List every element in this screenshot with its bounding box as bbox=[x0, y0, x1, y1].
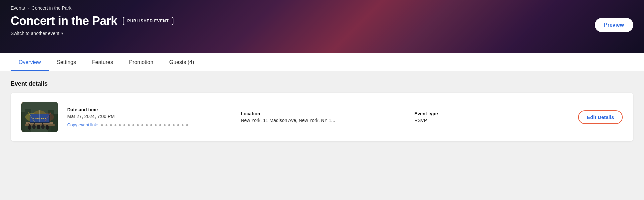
event-thumbnail: CONCERT bbox=[21, 102, 58, 132]
published-badge: PUBLISHED EVENT bbox=[123, 17, 174, 25]
date-time-value: Mar 27, 2024, 7:00 PM bbox=[67, 114, 222, 119]
copy-link-row: Copy event link: ● ● ● ● ● ● ● ● ● ● ● ●… bbox=[67, 122, 222, 127]
event-details-section-title: Event details bbox=[11, 80, 633, 87]
separator-1 bbox=[231, 105, 231, 129]
location-block: Location New York, 11 Madison Ave, New Y… bbox=[241, 111, 395, 123]
location-value: New York, 11 Madison Ave, New York, NY 1… bbox=[241, 118, 395, 123]
copy-link-button[interactable]: Copy event link: bbox=[67, 122, 98, 127]
copy-link-url: ● ● ● ● ● ● ● ● ● ● ● ● ● ● ● ● ● ● ● ● bbox=[101, 122, 189, 127]
event-title: Concert in the Park bbox=[11, 14, 117, 28]
date-time-label: Date and time bbox=[67, 107, 222, 112]
event-type-block: Event type RSVP bbox=[414, 111, 569, 123]
tab-guests[interactable]: Guests (4) bbox=[161, 53, 202, 71]
edit-details-button[interactable]: Edit Details bbox=[578, 110, 623, 124]
location-label: Location bbox=[241, 111, 395, 116]
tab-promotion[interactable]: Promotion bbox=[121, 53, 161, 71]
svg-point-20 bbox=[46, 125, 49, 130]
date-time-block: Date and time Mar 27, 2024, 7:00 PM Copy… bbox=[67, 107, 222, 127]
header-main-row: Concert in the Park PUBLISHED EVENT Swit… bbox=[11, 14, 633, 36]
switch-event-label: Switch to another event bbox=[11, 31, 59, 36]
tab-settings[interactable]: Settings bbox=[49, 53, 84, 71]
switch-event-button[interactable]: Switch to another event ▾ bbox=[11, 31, 173, 36]
breadcrumb-events-link[interactable]: Events bbox=[11, 5, 25, 11]
breadcrumb: Events › Concert in the Park bbox=[11, 5, 633, 11]
preview-button[interactable]: Preview bbox=[595, 18, 633, 32]
breadcrumb-current: Concert in the Park bbox=[32, 5, 72, 11]
separator-2 bbox=[405, 105, 405, 129]
stage-scene: CONCERT bbox=[21, 102, 58, 132]
chevron-down-icon: ▾ bbox=[61, 31, 63, 36]
svg-point-18 bbox=[37, 125, 40, 129]
tab-features[interactable]: Features bbox=[84, 53, 121, 71]
header-title-row: Concert in the Park PUBLISHED EVENT bbox=[11, 14, 173, 28]
svg-point-19 bbox=[41, 124, 45, 129]
svg-point-17 bbox=[32, 124, 36, 129]
content-area: Event details bbox=[0, 71, 644, 151]
event-details-card: CONCERT bbox=[11, 93, 633, 141]
event-type-label: Event type bbox=[414, 111, 569, 116]
tab-overview[interactable]: Overview bbox=[11, 53, 49, 71]
event-type-value: RSVP bbox=[414, 118, 569, 123]
svg-point-16 bbox=[28, 125, 31, 130]
tabs-bar: Overview Settings Features Promotion Gue… bbox=[0, 53, 644, 71]
header-left: Concert in the Park PUBLISHED EVENT Swit… bbox=[11, 14, 173, 36]
header-banner: Events › Concert in the Park Concert in … bbox=[0, 0, 644, 53]
breadcrumb-separator: › bbox=[28, 6, 29, 10]
